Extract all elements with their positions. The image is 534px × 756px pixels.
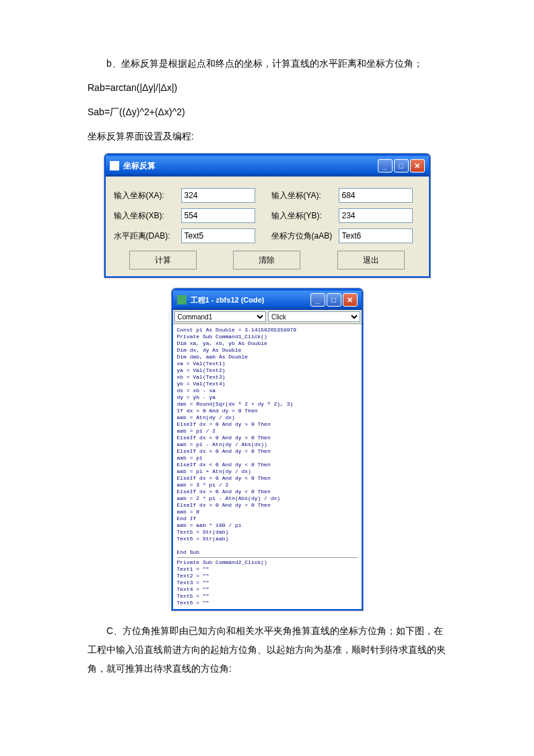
exit-button[interactable]: 退出 (337, 251, 405, 270)
xb-field[interactable] (181, 208, 255, 223)
aab-label: 坐标方位角(aAB) (269, 228, 339, 244)
minimize-icon[interactable]: _ (378, 159, 393, 172)
maximize-icon[interactable]: □ (394, 159, 409, 172)
titlebar[interactable]: 坐标反算 _ □ ✕ (106, 155, 429, 177)
para-c: C、方位角推算即由已知方向和相关水平夹角推算直线的坐标方位角；如下图，在工程中输… (88, 621, 446, 678)
para-ui-desc: 坐标反算界面设置及编程: (88, 127, 446, 146)
maximize-icon[interactable]: □ (327, 293, 341, 307)
xa-field[interactable] (181, 188, 255, 203)
yb-field[interactable] (339, 208, 413, 223)
calc-button[interactable]: 计算 (129, 251, 197, 270)
close-icon[interactable]: ✕ (343, 293, 358, 307)
code-title: 工程1 - zbfs12 (Code) (191, 292, 310, 307)
para-b: b、坐标反算是根据起点和终点的坐标，计算直线的水平距离和坐标方位角； (88, 54, 446, 73)
minimize-icon[interactable]: _ (310, 293, 325, 307)
app-icon (110, 161, 119, 170)
dab-field[interactable] (181, 228, 255, 243)
xb-label: 输入坐标(XB): (111, 208, 181, 224)
formula-rab: Rab=arctan(|Δy|/|Δx|) (88, 78, 446, 97)
object-combo[interactable]: Command1 (174, 311, 267, 322)
formula-sab: Sab=厂((Δy)^2+(Δx)^2) (88, 102, 446, 121)
yb-label: 输入坐标(YB): (269, 208, 339, 224)
code-area[interactable]: Const pi As Double = 3.14159265358979 Pr… (173, 324, 362, 609)
code-icon (177, 295, 187, 305)
form-body: 输入坐标(XA): 输入坐标(YA): 输入坐标(XB): 输入坐标(YB): … (106, 177, 429, 276)
proc-combo[interactable]: Click (268, 311, 360, 322)
window-title: 坐标反算 (123, 158, 378, 174)
code-titlebar[interactable]: 工程1 - zbfs12 (Code) _ □ ✕ (173, 290, 362, 310)
ya-label: 输入坐标(YA): (269, 187, 339, 203)
code-block-2: Private Sub Command2_Click() Text1 = "" … (177, 559, 267, 606)
code-block-1: Const pi As Double = 3.14159265358979 Pr… (177, 327, 297, 555)
close-icon[interactable]: ✕ (410, 159, 425, 172)
xa-label: 输入坐标(XA): (111, 187, 181, 203)
clear-button[interactable]: 清除 (233, 251, 300, 270)
aab-field[interactable] (339, 228, 413, 243)
dab-label: 水平距离(DAB): (111, 228, 181, 244)
vb-form-window: 坐标反算 _ □ ✕ 输入坐标(XA): 输入坐标(YA): 输入坐标(XB):… (104, 154, 430, 278)
code-window: 工程1 - zbfs12 (Code) _ □ ✕ Command1 Click… (172, 288, 363, 610)
code-toolbar: Command1 Click (173, 310, 362, 324)
ya-field[interactable] (339, 188, 413, 203)
